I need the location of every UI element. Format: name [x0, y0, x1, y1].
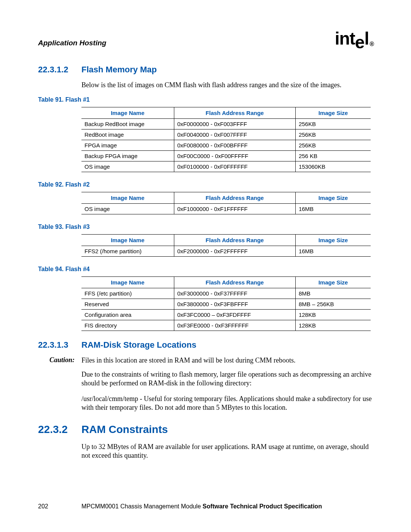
heading-ram-disk: 22.3.1.3 RAM-Disk Storage Locations [38, 340, 373, 350]
chapter-title: Application Hosting [38, 39, 106, 47]
heading-ram-constraints: 22.3.2 RAM Constraints [38, 423, 373, 436]
page-header: Application Hosting intel® [38, 30, 373, 47]
cell-address-range: 0xF3000000 - 0xF37FFFFF [174, 288, 295, 299]
table-flash-4: Image Name Flash Address Range Image Siz… [81, 276, 371, 331]
cell-address-range: 0xF0100000 - 0xF0FFFFFF [174, 161, 295, 172]
cell-address-range: 0xF1000000 - 0xF1FFFFFF [174, 204, 295, 214]
heading-flash-memory-map: 22.3.1.2 Flash Memory Map [38, 65, 373, 75]
cell-image-size: 8MB [295, 288, 371, 299]
th-image-size: Image Size [295, 107, 371, 119]
cell-image-name: FIS directory [81, 320, 174, 331]
cell-image-size: 16MB [295, 204, 371, 214]
table93-caption: Table 93. Flash #3 [38, 224, 373, 230]
caution-text: Files in this location are stored in RAM… [81, 356, 295, 365]
page-footer: 202 MPCMM0001 Chassis Management Module … [38, 503, 373, 510]
cell-image-size: 128KB [295, 310, 371, 320]
table-flash-2: Image Name Flash Address Range Image Siz… [81, 192, 371, 214]
heading-number: 22.3.1.2 [38, 65, 70, 75]
heading-text: Flash Memory Map [81, 65, 157, 75]
table-row: FFS (/etc partition)0xF3000000 - 0xF37FF… [81, 288, 371, 299]
cell-image-name: FFS2 (/home partition) [81, 246, 174, 257]
table-row: Reserved0xF3800000 - 0xF3FBFFFF8MB – 256… [81, 299, 371, 310]
cell-image-name: OS image [81, 161, 174, 172]
cell-image-name: Backup RedBoot image [81, 119, 174, 129]
cell-image-size: 16MB [295, 246, 371, 257]
table-flash-3: Image Name Flash Address Range Image Siz… [81, 234, 371, 257]
table-row: FPGA image0xF0080000 - 0xF00BFFFF256KB [81, 140, 371, 151]
cell-address-range: 0xF3FC0000 – 0xF3FDFFFF [174, 310, 295, 320]
ram-constraints-para: Up to 32 MBytes of RAM are available for… [81, 443, 373, 460]
table-row: OS image0xF1000000 - 0xF1FFFFFF16MB [81, 204, 371, 214]
table94-caption: Table 94. Flash #4 [38, 266, 373, 273]
ramdisk-para-2: /usr/local/cmm/temp - Useful for storing… [81, 395, 373, 412]
cell-image-name: RedBoot image [81, 129, 174, 140]
cell-address-range: 0xF2000000 - 0xF2FFFFFF [174, 246, 295, 257]
cell-address-range: 0xF0080000 - 0xF00BFFFF [174, 140, 295, 151]
th-address-range: Flash Address Range [174, 107, 295, 119]
table-row: FIS directory0xF3FE0000 - 0xF3FFFFFF128K… [81, 320, 371, 331]
caution-block: Caution: Files in this location are stor… [49, 356, 373, 365]
doc-title-part-b: Software Technical Product Specification [202, 503, 322, 510]
cell-image-size: 256KB [295, 129, 371, 140]
caution-label: Caution: [49, 356, 81, 365]
cell-image-size: 153060KB [295, 161, 371, 172]
cell-image-name: Configuration area [81, 310, 174, 320]
cell-address-range: 0xF00C0000 - 0xF00FFFFF [174, 151, 295, 161]
table92-caption: Table 92. Flash #2 [38, 181, 373, 188]
doc-title-part-a: MPCMM0001 Chassis Management Module [81, 503, 202, 510]
table-row: RedBoot image0xF0040000 - 0xF007FFFF256K… [81, 129, 371, 140]
cell-image-size: 256KB [295, 140, 371, 151]
cell-address-range: 0xF3800000 - 0xF3FBFFFF [174, 299, 295, 310]
th-image-name: Image Name [81, 107, 174, 119]
cell-image-name: Reserved [81, 299, 174, 310]
table-row: Backup FPGA image0xF00C0000 - 0xF00FFFFF… [81, 151, 371, 161]
ramdisk-para-1: Due to the constraints of writing to fla… [81, 370, 373, 388]
cell-image-name: Backup FPGA image [81, 151, 174, 161]
cell-image-name: FPGA image [81, 140, 174, 151]
cell-image-size: 128KB [295, 320, 371, 331]
intel-logo: intel® [335, 30, 373, 47]
page-number: 202 [38, 503, 81, 510]
table-flash-1: Image Name Flash Address Range Image Siz… [81, 107, 371, 172]
cell-image-size: 256KB [295, 119, 371, 129]
table-row: Configuration area0xF3FC0000 – 0xF3FDFFF… [81, 310, 371, 320]
cell-address-range: 0xF0000000 - 0xF003FFFF [174, 119, 295, 129]
table91-caption: Table 91. Flash #1 [38, 96, 373, 103]
cell-image-size: 8MB – 256KB [295, 299, 371, 310]
intro-paragraph: Below is the list of images on CMM flash… [81, 81, 373, 89]
table-row: FFS2 (/home partition)0xF2000000 - 0xF2F… [81, 246, 371, 257]
cell-image-name: FFS (/etc partition) [81, 288, 174, 299]
cell-address-range: 0xF0040000 - 0xF007FFFF [174, 129, 295, 140]
table-row: Backup RedBoot image0xF0000000 - 0xF003F… [81, 119, 371, 129]
cell-image-size: 256 KB [295, 151, 371, 161]
cell-address-range: 0xF3FE0000 - 0xF3FFFFFF [174, 320, 295, 331]
table-row: OS image0xF0100000 - 0xF0FFFFFF153060KB [81, 161, 371, 172]
cell-image-name: OS image [81, 204, 174, 214]
